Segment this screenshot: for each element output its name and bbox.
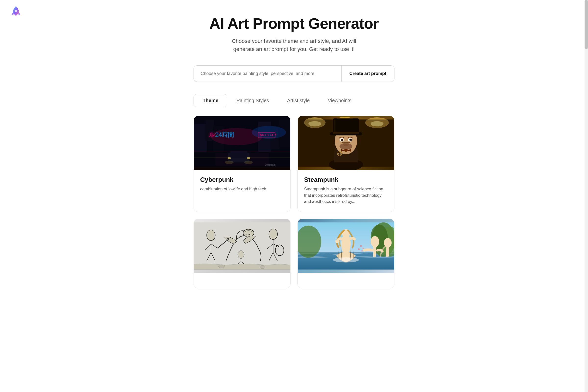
steampunk-card-body: Steampunk Steampunk is a subgenre of sci…: [298, 170, 394, 212]
svg-point-92: [335, 239, 340, 243]
svg-point-42: [350, 139, 351, 140]
logo[interactable]: [10, 5, 22, 17]
cyberpunk-desc: combination of lowlife and high tech: [200, 186, 284, 192]
svg-point-95: [371, 236, 379, 247]
svg-text:Cyberpunk: Cyberpunk: [264, 164, 276, 166]
svg-rect-57: [334, 120, 336, 132]
svg-rect-54: [333, 118, 359, 133]
page-subtitle: Choose your favorite theme and art style…: [220, 37, 368, 53]
tab-artist-style[interactable]: Artist style: [278, 94, 319, 107]
svg-point-58: [344, 149, 348, 152]
search-bar: Create art prompt: [194, 66, 394, 82]
svg-point-20: [244, 161, 253, 164]
svg-point-98: [362, 248, 364, 249]
steampunk-desc: Steampunk is a subgenre of science ficti…: [304, 186, 388, 205]
renaissance-image: [298, 219, 394, 273]
search-input[interactable]: [194, 66, 341, 82]
sketch-card-body: [194, 273, 290, 288]
page-title: AI Art Prompt Generator: [194, 15, 394, 32]
steampunk-image: [298, 116, 394, 170]
steampunk-title: Steampunk: [304, 176, 388, 184]
svg-text:NIGHT CITY: NIGHT CITY: [260, 133, 277, 137]
svg-point-78: [238, 251, 244, 258]
tab-painting-styles[interactable]: Painting Styles: [227, 94, 278, 107]
card-cyberpunk[interactable]: ル 24時間: [194, 116, 290, 212]
svg-point-19: [225, 161, 234, 164]
cyberpunk-card-body: Cyberpunk combination of lowlife and hig…: [194, 170, 290, 199]
cyberpunk-title: Cyberpunk: [200, 176, 284, 184]
tab-viewpoints[interactable]: Viewpoints: [319, 94, 360, 107]
tab-theme[interactable]: Theme: [194, 94, 227, 107]
svg-point-100: [362, 250, 362, 251]
svg-rect-2: [194, 124, 207, 152]
card-sketch[interactable]: [194, 219, 290, 288]
cards-grid: ル 24時間: [194, 116, 394, 288]
svg-rect-62: [194, 222, 290, 270]
svg-rect-56: [333, 132, 359, 134]
page-header: AI Art Prompt Generator Choose your favo…: [194, 15, 394, 53]
scrollbar[interactable]: [584, 0, 588, 392]
svg-text:24時間: 24時間: [215, 131, 234, 138]
sketch-image: [194, 219, 290, 273]
renaissance-card-body: [298, 273, 394, 288]
svg-point-18: [247, 157, 250, 159]
svg-point-99: [358, 248, 360, 250]
svg-point-41: [342, 139, 343, 140]
create-prompt-button[interactable]: Create art prompt: [341, 66, 394, 82]
svg-text:ル: ル: [209, 131, 215, 138]
svg-point-82: [218, 264, 225, 268]
svg-point-17: [227, 157, 231, 159]
card-renaissance[interactable]: [298, 219, 394, 288]
svg-point-71: [269, 228, 277, 239]
scrollbar-thumb[interactable]: [584, 0, 588, 49]
svg-point-83: [260, 265, 265, 268]
svg-point-103: [333, 257, 359, 262]
svg-line-96: [374, 247, 375, 256]
svg-line-102: [387, 248, 388, 256]
svg-point-64: [207, 230, 215, 240]
cyberpunk-image: ル 24時間: [194, 116, 290, 170]
svg-point-97: [360, 245, 362, 247]
svg-rect-16: [230, 151, 248, 158]
tab-bar: Theme Painting Styles Artist style Viewp…: [194, 94, 394, 107]
card-steampunk[interactable]: Steampunk Steampunk is a subgenre of sci…: [298, 116, 394, 212]
svg-point-0: [15, 10, 17, 12]
